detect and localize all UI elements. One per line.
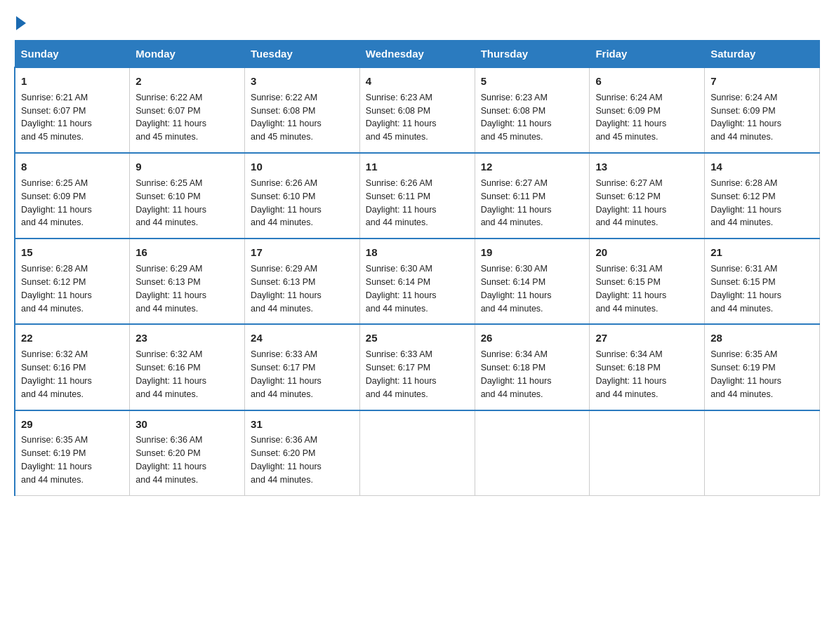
day-info: Sunrise: 6:23 AMSunset: 6:08 PMDaylight:… xyxy=(481,93,552,142)
calendar-cell: 11Sunrise: 6:26 AMSunset: 6:11 PMDayligh… xyxy=(359,153,475,239)
calendar-cell: 10Sunrise: 6:26 AMSunset: 6:10 PMDayligh… xyxy=(245,153,360,239)
day-number: 28 xyxy=(710,330,814,346)
day-info: Sunrise: 6:28 AMSunset: 6:12 PMDaylight:… xyxy=(710,178,781,228)
day-info: Sunrise: 6:32 AMSunset: 6:16 PMDaylight:… xyxy=(135,349,206,399)
col-header-wednesday: Wednesday xyxy=(359,41,475,68)
day-number: 19 xyxy=(481,245,584,260)
day-info: Sunrise: 6:23 AMSunset: 6:08 PMDaylight:… xyxy=(366,93,437,142)
calendar-cell: 5Sunrise: 6:23 AMSunset: 6:08 PMDaylight… xyxy=(475,67,590,153)
day-info: Sunrise: 6:36 AMSunset: 6:20 PMDaylight:… xyxy=(135,435,206,485)
day-info: Sunrise: 6:26 AMSunset: 6:10 PMDaylight:… xyxy=(251,178,322,228)
day-number: 25 xyxy=(366,330,469,346)
col-header-friday: Friday xyxy=(590,41,705,68)
day-number: 16 xyxy=(135,245,239,260)
day-info: Sunrise: 6:24 AMSunset: 6:09 PMDaylight:… xyxy=(595,93,666,142)
day-number: 22 xyxy=(21,330,124,346)
week-row-5: 29Sunrise: 6:35 AMSunset: 6:19 PMDayligh… xyxy=(15,410,820,496)
calendar-cell: 29Sunrise: 6:35 AMSunset: 6:19 PMDayligh… xyxy=(15,410,130,496)
calendar-cell: 24Sunrise: 6:33 AMSunset: 6:17 PMDayligh… xyxy=(245,324,360,410)
week-row-3: 15Sunrise: 6:28 AMSunset: 6:12 PMDayligh… xyxy=(15,239,820,324)
day-number: 6 xyxy=(595,74,699,89)
calendar-cell: 12Sunrise: 6:27 AMSunset: 6:11 PMDayligh… xyxy=(475,153,590,239)
day-info: Sunrise: 6:25 AMSunset: 6:09 PMDaylight:… xyxy=(21,178,92,228)
day-number: 29 xyxy=(21,417,124,432)
day-info: Sunrise: 6:22 AMSunset: 6:08 PMDaylight:… xyxy=(251,93,322,142)
calendar-cell: 19Sunrise: 6:30 AMSunset: 6:14 PMDayligh… xyxy=(475,239,590,324)
day-info: Sunrise: 6:33 AMSunset: 6:17 PMDaylight:… xyxy=(366,349,437,399)
page-header xyxy=(14,14,820,27)
day-info: Sunrise: 6:31 AMSunset: 6:15 PMDaylight:… xyxy=(595,264,666,314)
calendar-table: SundayMondayTuesdayWednesdayThursdayFrid… xyxy=(14,40,820,496)
col-header-sunday: Sunday xyxy=(15,41,130,68)
day-info: Sunrise: 6:33 AMSunset: 6:17 PMDaylight:… xyxy=(251,349,322,399)
calendar-cell xyxy=(705,410,820,496)
day-number: 30 xyxy=(135,417,239,432)
day-info: Sunrise: 6:24 AMSunset: 6:09 PMDaylight:… xyxy=(710,93,781,142)
day-info: Sunrise: 6:35 AMSunset: 6:19 PMDaylight:… xyxy=(21,435,92,485)
day-number: 8 xyxy=(21,159,124,175)
day-info: Sunrise: 6:34 AMSunset: 6:18 PMDaylight:… xyxy=(595,349,666,399)
day-info: Sunrise: 6:32 AMSunset: 6:16 PMDaylight:… xyxy=(21,349,92,399)
day-number: 10 xyxy=(251,159,354,175)
day-info: Sunrise: 6:29 AMSunset: 6:13 PMDaylight:… xyxy=(251,264,322,314)
calendar-cell: 26Sunrise: 6:34 AMSunset: 6:18 PMDayligh… xyxy=(475,324,590,410)
day-number: 1 xyxy=(21,74,124,89)
calendar-cell: 18Sunrise: 6:30 AMSunset: 6:14 PMDayligh… xyxy=(359,239,475,324)
calendar-cell: 1Sunrise: 6:21 AMSunset: 6:07 PMDaylight… xyxy=(15,67,130,153)
col-header-thursday: Thursday xyxy=(475,41,590,68)
calendar-cell: 22Sunrise: 6:32 AMSunset: 6:16 PMDayligh… xyxy=(15,324,130,410)
day-number: 24 xyxy=(251,330,354,346)
calendar-cell: 27Sunrise: 6:34 AMSunset: 6:18 PMDayligh… xyxy=(590,324,705,410)
calendar-cell xyxy=(475,410,590,496)
day-info: Sunrise: 6:27 AMSunset: 6:11 PMDaylight:… xyxy=(481,178,552,228)
day-number: 31 xyxy=(251,417,354,432)
calendar-cell: 25Sunrise: 6:33 AMSunset: 6:17 PMDayligh… xyxy=(359,324,475,410)
calendar-cell: 31Sunrise: 6:36 AMSunset: 6:20 PMDayligh… xyxy=(245,410,360,496)
week-row-1: 1Sunrise: 6:21 AMSunset: 6:07 PMDaylight… xyxy=(15,67,820,153)
day-info: Sunrise: 6:29 AMSunset: 6:13 PMDaylight:… xyxy=(135,264,206,314)
day-number: 17 xyxy=(251,245,354,260)
day-number: 9 xyxy=(135,159,239,175)
calendar-cell: 8Sunrise: 6:25 AMSunset: 6:09 PMDaylight… xyxy=(15,153,130,239)
calendar-cell: 21Sunrise: 6:31 AMSunset: 6:15 PMDayligh… xyxy=(705,239,820,324)
day-number: 27 xyxy=(595,330,699,346)
calendar-header-row: SundayMondayTuesdayWednesdayThursdayFrid… xyxy=(15,41,820,68)
calendar-cell: 15Sunrise: 6:28 AMSunset: 6:12 PMDayligh… xyxy=(15,239,130,324)
day-number: 5 xyxy=(481,74,584,89)
day-number: 13 xyxy=(595,159,699,175)
calendar-cell: 4Sunrise: 6:23 AMSunset: 6:08 PMDaylight… xyxy=(359,67,475,153)
day-number: 20 xyxy=(595,245,699,260)
day-info: Sunrise: 6:27 AMSunset: 6:12 PMDaylight:… xyxy=(595,178,666,228)
day-info: Sunrise: 6:30 AMSunset: 6:14 PMDaylight:… xyxy=(366,264,437,314)
calendar-cell: 7Sunrise: 6:24 AMSunset: 6:09 PMDaylight… xyxy=(705,67,820,153)
logo xyxy=(14,14,26,27)
calendar-cell: 6Sunrise: 6:24 AMSunset: 6:09 PMDaylight… xyxy=(590,67,705,153)
day-info: Sunrise: 6:36 AMSunset: 6:20 PMDaylight:… xyxy=(251,435,322,485)
day-number: 12 xyxy=(481,159,584,175)
day-number: 2 xyxy=(135,74,239,89)
calendar-cell: 30Sunrise: 6:36 AMSunset: 6:20 PMDayligh… xyxy=(130,410,245,496)
day-number: 15 xyxy=(21,245,124,260)
day-number: 3 xyxy=(251,74,354,89)
calendar-cell: 2Sunrise: 6:22 AMSunset: 6:07 PMDaylight… xyxy=(130,67,245,153)
calendar-cell: 16Sunrise: 6:29 AMSunset: 6:13 PMDayligh… xyxy=(130,239,245,324)
col-header-saturday: Saturday xyxy=(705,41,820,68)
calendar-cell: 20Sunrise: 6:31 AMSunset: 6:15 PMDayligh… xyxy=(590,239,705,324)
day-info: Sunrise: 6:22 AMSunset: 6:07 PMDaylight:… xyxy=(135,93,206,142)
day-number: 4 xyxy=(366,74,469,89)
day-info: Sunrise: 6:28 AMSunset: 6:12 PMDaylight:… xyxy=(21,264,92,314)
col-header-tuesday: Tuesday xyxy=(245,41,360,68)
calendar-cell: 14Sunrise: 6:28 AMSunset: 6:12 PMDayligh… xyxy=(705,153,820,239)
day-number: 11 xyxy=(366,159,469,175)
calendar-cell: 13Sunrise: 6:27 AMSunset: 6:12 PMDayligh… xyxy=(590,153,705,239)
day-info: Sunrise: 6:35 AMSunset: 6:19 PMDaylight:… xyxy=(710,349,781,399)
day-info: Sunrise: 6:34 AMSunset: 6:18 PMDaylight:… xyxy=(481,349,552,399)
week-row-2: 8Sunrise: 6:25 AMSunset: 6:09 PMDaylight… xyxy=(15,153,820,239)
calendar-cell: 9Sunrise: 6:25 AMSunset: 6:10 PMDaylight… xyxy=(130,153,245,239)
calendar-cell xyxy=(590,410,705,496)
calendar-cell: 17Sunrise: 6:29 AMSunset: 6:13 PMDayligh… xyxy=(245,239,360,324)
week-row-4: 22Sunrise: 6:32 AMSunset: 6:16 PMDayligh… xyxy=(15,324,820,410)
day-number: 14 xyxy=(710,159,814,175)
calendar-cell xyxy=(359,410,475,496)
day-info: Sunrise: 6:25 AMSunset: 6:10 PMDaylight:… xyxy=(135,178,206,228)
